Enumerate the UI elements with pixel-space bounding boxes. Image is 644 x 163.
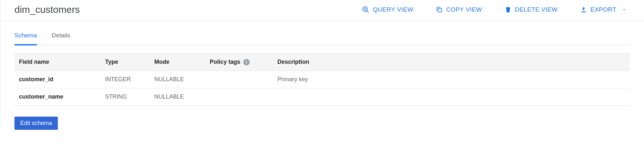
- col-header-description: Description: [273, 53, 630, 71]
- svg-rect-4: [438, 8, 442, 12]
- col-header-policy-tags-label: Policy tags: [210, 59, 240, 65]
- trash-icon: [505, 6, 512, 13]
- tab-bar: Schema Details: [14, 29, 630, 45]
- cell-policy-tags: [205, 88, 273, 106]
- edit-schema-button[interactable]: Edit schema: [14, 117, 58, 130]
- delete-view-button[interactable]: DELETE VIEW: [500, 4, 562, 16]
- query-icon: [362, 6, 370, 14]
- col-header-mode: Mode: [150, 53, 205, 71]
- col-header-field-name: Field name: [14, 53, 101, 71]
- query-view-button[interactable]: QUERY VIEW: [357, 3, 418, 16]
- export-label: EXPORT: [590, 6, 616, 13]
- col-header-policy-tags: Policy tags i: [205, 53, 273, 71]
- query-view-label: QUERY VIEW: [373, 6, 413, 13]
- cell-description: [273, 88, 630, 106]
- dropdown-icon: [622, 7, 627, 12]
- export-button[interactable]: EXPORT: [576, 4, 631, 16]
- cell-description: Primary key: [273, 71, 630, 88]
- copy-view-button[interactable]: COPY VIEW: [431, 4, 487, 16]
- cell-field-name: customer_id: [14, 71, 101, 88]
- action-bar: QUERY VIEW COPY VIEW DELETE VIEW: [344, 3, 631, 16]
- tab-schema[interactable]: Schema: [14, 29, 37, 45]
- cell-type: STRING: [101, 88, 150, 106]
- copy-view-label: COPY VIEW: [446, 6, 482, 13]
- view-title: dim_customers: [14, 4, 80, 15]
- tab-details[interactable]: Details: [52, 29, 70, 45]
- cell-field-name: customer_name: [14, 88, 101, 106]
- info-icon[interactable]: i: [243, 59, 250, 65]
- cell-mode: NULLABLE: [150, 71, 205, 88]
- svg-line-1: [367, 11, 369, 13]
- col-header-type: Type: [101, 53, 150, 71]
- schema-table: Field name Type Mode Policy tags i Descr…: [14, 53, 630, 106]
- copy-icon: [436, 6, 443, 13]
- table-row: customer_id INTEGER NULLABLE Primary key: [14, 71, 630, 88]
- cell-policy-tags: [205, 71, 273, 88]
- cell-mode: NULLABLE: [150, 88, 205, 106]
- cell-type: INTEGER: [101, 71, 150, 88]
- export-icon: [580, 6, 587, 13]
- table-row: customer_name STRING NULLABLE: [14, 88, 630, 106]
- delete-view-label: DELETE VIEW: [515, 6, 558, 13]
